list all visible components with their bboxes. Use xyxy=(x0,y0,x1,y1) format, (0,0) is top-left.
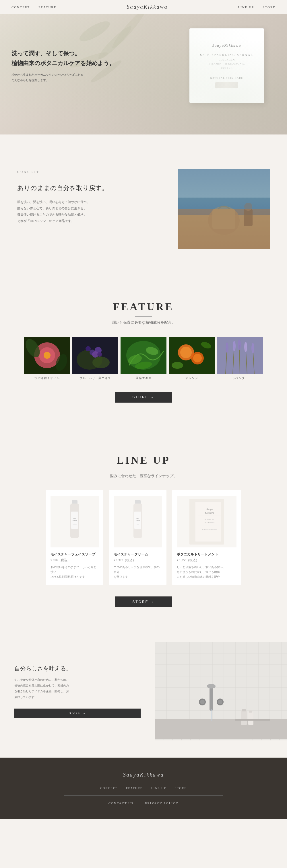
footer-logo: SaayaKikkawa xyxy=(11,772,276,778)
concept-heading: ありのままの自分を取り戻す。 xyxy=(17,183,167,193)
footer-privacy-policy[interactable]: PRIVACY POLICY xyxy=(145,802,178,805)
feature-img-camellia xyxy=(24,337,70,374)
feature-label-2: ブルーベリー葉エキス xyxy=(72,376,118,380)
lineup-store-button[interactable]: Store → xyxy=(115,596,172,607)
hero-box-brand: SaayaKikkawa xyxy=(212,43,241,48)
bathroom-photo xyxy=(155,642,287,740)
feature-img-tea xyxy=(120,337,167,374)
feature-item-4: オレンジ xyxy=(169,337,215,380)
product-price-2: ¥ 1,320（税込） xyxy=(114,558,162,562)
svg-point-11 xyxy=(244,203,252,211)
svg-point-22 xyxy=(86,346,91,351)
svg-point-81 xyxy=(218,700,223,704)
promo-text: すこやかな身体と心のために、私たちは、 植物の恵みを最大限に生かして、素材の力 … xyxy=(15,677,141,700)
feature-img-orange xyxy=(169,337,215,374)
svg-point-8 xyxy=(208,206,240,235)
lineup-subtitle: 悩みに合わせた、豊富なラインナップ。 xyxy=(11,473,276,478)
svg-point-46 xyxy=(238,340,241,350)
svg-point-77 xyxy=(207,684,216,688)
svg-text:TREATMENT: TREATMENT xyxy=(204,522,215,523)
feature-img-blueberry xyxy=(72,337,118,374)
svg-rect-7 xyxy=(178,215,270,249)
promo-section: 自分らしさを叶える。 すこやかな身体と心のために、私たちは、 植物の恵みを最大限… xyxy=(0,642,287,740)
concept-left: CONCEPT ありのままの自分を取り戻す。 肌を洗い、髪を洗い、潤いを与えて健… xyxy=(17,169,167,224)
nav-store[interactable]: STORE xyxy=(263,5,276,9)
lineup-section: LINE UP 悩みに合わせた、豊富なラインナップ。 Saaya Kikkawa… xyxy=(0,437,287,624)
svg-text:cream: cream xyxy=(137,524,139,525)
product-img-2: Saaya Kikkawa cream xyxy=(114,496,162,548)
promo-store-button[interactable]: Store → xyxy=(15,709,141,718)
feature-subtitle: 潤いと保湿に必要な植物成分を配合。 xyxy=(11,320,276,325)
svg-rect-83 xyxy=(248,712,253,725)
concept-image xyxy=(178,169,270,249)
product-card-1: Saaya Kikkawa moisturizer モイスチャーフェイスソープ … xyxy=(46,490,103,585)
svg-rect-82 xyxy=(241,711,247,725)
svg-rect-75 xyxy=(155,719,287,739)
nav-right: LINE UP STORE xyxy=(238,5,276,9)
footer-nav-store[interactable]: STORE xyxy=(175,786,187,790)
hero-product-box: SaayaKikkawa SKIN SPARKLING SPONGE colla… xyxy=(190,28,264,103)
svg-text:Saaya: Saaya xyxy=(73,518,76,519)
feature-grid: ツバキ種子オイル ブルーベリー葉エキス xyxy=(11,337,276,380)
svg-point-42 xyxy=(226,342,228,353)
svg-point-79 xyxy=(200,700,205,704)
concept-section: CONCEPT ありのままの自分を取り戻す。 肌を洗い、髪を洗い、潤いを与えて健… xyxy=(0,152,287,267)
footer-nav-lineup[interactable]: LINE UP xyxy=(151,786,166,790)
svg-point-48 xyxy=(244,342,247,352)
nav-concept[interactable]: CONCEPT xyxy=(11,5,30,9)
feature-label-3: 茶葉エキス xyxy=(120,376,167,380)
svg-rect-9 xyxy=(212,209,235,229)
product-desc-3: しっとり落ち着いた、潤いある髪へ。 毎日使うものだから、髪にも地肌 にも嬉しい植… xyxy=(177,565,236,579)
svg-text:BOTANICAL: BOTANICAL xyxy=(205,519,215,521)
svg-text:Kikkawa: Kikkawa xyxy=(73,520,77,521)
svg-point-37 xyxy=(172,362,183,369)
product-desc-2: コクのあるリッチな使用感で、肌の水分 を守ります xyxy=(114,565,162,579)
svg-text:Kikkawa: Kikkawa xyxy=(136,520,140,521)
feature-label-4: オレンジ xyxy=(169,376,215,380)
product-img-3: Saaya Kikkawa BOTANICAL TREATMENT NATURA… xyxy=(177,496,236,548)
hero-box-sub1: collagen vitamin + hyaluronic xyxy=(209,58,245,66)
hero-section: 洗って潤す、そして保つ。 植物由来のボタニカルケアを始めよう。 植物から生まれた… xyxy=(0,14,287,134)
feature-label-5: ラベンダー xyxy=(217,376,263,380)
svg-point-24 xyxy=(97,352,102,357)
svg-point-50 xyxy=(251,343,254,353)
nav-lineup[interactable]: LINE UP xyxy=(238,5,254,9)
footer: SaayaKikkawa CONCEPT FEATURE LINE UP STO… xyxy=(0,757,287,819)
footer-divider xyxy=(64,796,223,796)
hero-box-sub2: butter xyxy=(221,66,233,70)
footer-bottom-nav: CONTACT US PRIVACY POLICY xyxy=(11,802,276,805)
svg-point-0 xyxy=(77,18,113,45)
product-card-2: Saaya Kikkawa cream モイスチャークリーム ¥ 1,320（税… xyxy=(109,490,167,585)
product-card-3: Saaya Kikkawa BOTANICAL TREATMENT NATURA… xyxy=(172,490,241,585)
navigation: CONCEPT FEATURE SaayaKikkawa LINE UP STO… xyxy=(0,0,287,14)
product-price-1: ¥ 850（税込） xyxy=(51,558,99,562)
svg-rect-5 xyxy=(178,169,270,209)
product-img-1: Saaya Kikkawa moisturizer xyxy=(51,496,99,548)
footer-nav-feature[interactable]: FEATURE xyxy=(126,786,143,790)
svg-rect-76 xyxy=(209,688,213,711)
svg-rect-84 xyxy=(242,709,246,711)
nav-logo[interactable]: SaayaKikkawa xyxy=(126,4,168,10)
feature-item-5: ラベンダー xyxy=(217,337,263,380)
feature-img-lavender xyxy=(217,337,263,374)
product-grid: Saaya Kikkawa moisturizer モイスチャーフェイスソープ … xyxy=(11,490,276,585)
svg-point-15 xyxy=(44,352,51,359)
footer-nav-concept[interactable]: CONCEPT xyxy=(100,786,117,790)
promo-image xyxy=(155,642,287,740)
svg-rect-86 xyxy=(235,719,270,721)
footer-contact-us[interactable]: CONTACT US xyxy=(109,802,134,805)
hero-title: 洗って潤す、そして保つ。 植物由来のボタニカルケアを始めよう。 xyxy=(11,49,115,68)
nav-left: CONCEPT FEATURE xyxy=(11,5,56,9)
promo-heading: 自分らしさを叶える。 xyxy=(15,665,141,673)
feature-store-button[interactable]: Store → xyxy=(115,392,172,403)
feature-item-1: ツバキ種子オイル xyxy=(24,337,70,380)
feature-section: FEATURE 潤いと保湿に必要な植物成分を配合。 ツバキ種子オイル xyxy=(0,284,287,420)
product-name-1: モイスチャーフェイスソープ xyxy=(51,552,99,557)
svg-rect-85 xyxy=(249,711,252,713)
hero-box-product-name: SKIN SPARKLING SPONGE xyxy=(200,53,253,57)
svg-point-3 xyxy=(109,14,149,51)
feature-label-1: ツバキ種子オイル xyxy=(24,376,70,380)
product-name-3: ボタニカルトリートメント xyxy=(177,552,236,557)
concept-photo xyxy=(178,169,270,249)
nav-feature[interactable]: FEATURE xyxy=(38,5,56,9)
